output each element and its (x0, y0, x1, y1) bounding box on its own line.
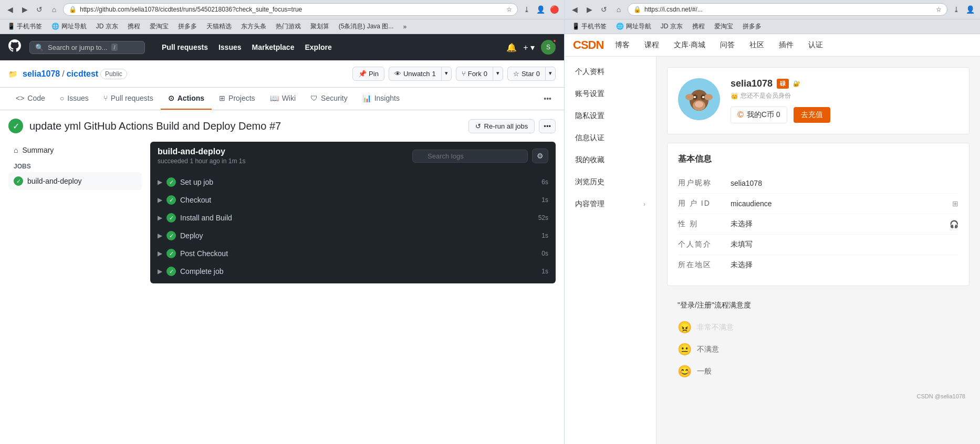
back-button[interactable]: ◀ (4, 4, 16, 15)
star-button[interactable]: ☆ Star 0 (507, 67, 545, 81)
repo-name[interactable]: cicdtest (67, 69, 98, 79)
expand-icon: ▶ (158, 178, 162, 186)
bookmark-java[interactable]: (5条消息) Java 图... (336, 21, 397, 32)
sidebar-job[interactable]: ✓ build-and-deploy (8, 172, 142, 190)
nav-pull-requests[interactable]: Pull requests (158, 40, 212, 55)
notifications-button[interactable]: 🔔 (506, 43, 517, 52)
account-button[interactable]: 👤 (535, 4, 546, 15)
sidebar-item-account[interactable]: 账号设置 (565, 83, 656, 105)
tab-more[interactable]: ••• (539, 88, 556, 109)
rerun-button[interactable]: ↺ Re-run all jobs (468, 119, 535, 133)
star-icon[interactable]: ☆ (506, 6, 512, 13)
step-time: 1s (541, 196, 548, 204)
sidebar-summary[interactable]: ⌂ Summary (8, 142, 142, 158)
github-search[interactable]: 🔍 Search or jump to... / (29, 41, 145, 54)
fork-caret[interactable]: ▾ (493, 67, 503, 81)
csdn-bookmark-ctrip[interactable]: 携程 (689, 21, 708, 32)
csdn-bookmark-mobile[interactable]: 📱 手机书签 (569, 21, 610, 32)
download-button[interactable]: ⤓ (521, 4, 533, 15)
log-step-setup[interactable]: ▶ ✓ Set up job 6s (150, 173, 556, 191)
csdn-nav-library[interactable]: 文库·商城 (671, 38, 708, 52)
userid-qrcode-icon[interactable]: ⊞ (952, 199, 958, 208)
csdn-address-bar[interactable]: 🔒 https://i.csdn.net/#/... ☆ (628, 3, 947, 16)
bookmark-games[interactable]: 热门游戏 (273, 21, 304, 32)
csdn-star-icon[interactable]: ☆ (936, 6, 942, 13)
satisfaction-very-unsatisfied[interactable]: 😠 非常不满意 (677, 316, 959, 339)
csdn-download-button[interactable]: ⤓ (951, 4, 962, 15)
github-logo[interactable] (8, 39, 21, 55)
bookmark-juhua[interactable]: 聚划算 (307, 21, 332, 32)
csdn-home-button[interactable]: ⌂ (613, 4, 624, 15)
bookmark-toutiao[interactable]: 东方头条 (238, 21, 269, 32)
reload-button[interactable]: ↺ (34, 4, 45, 15)
bookmark-nav[interactable]: 🌐 网址导航 (48, 21, 89, 32)
fork-button[interactable]: ⑂ Fork 0 (456, 67, 493, 81)
forward-button[interactable]: ▶ (19, 4, 30, 15)
log-step-post-checkout[interactable]: ▶ ✓ Post Checkout 0s (150, 245, 556, 262)
add-button[interactable]: + ▾ (523, 43, 535, 52)
tab-actions[interactable]: ⊙ Actions (161, 88, 212, 110)
extension-button[interactable]: 🔴 (548, 4, 560, 15)
log-step-deploy[interactable]: ▶ ✓ Deploy 1s (150, 227, 556, 245)
unwatch-caret[interactable]: ▾ (441, 67, 452, 81)
log-step-install-build[interactable]: ▶ ✓ Install and Build 52s (150, 209, 556, 227)
tab-security[interactable]: 🛡 Security (303, 88, 355, 110)
csdn-nav-qa[interactable]: 问答 (717, 38, 738, 52)
log-settings-button[interactable]: ⚙ (532, 149, 548, 163)
csdn-reload-button[interactable]: ↺ (598, 4, 610, 15)
csdn-account-button[interactable]: 👤 (964, 4, 976, 15)
csdn-bookmark-taobao[interactable]: 爱淘宝 (711, 21, 736, 32)
csdn-nav-plugin[interactable]: 插件 (776, 38, 797, 52)
tab-pull-requests[interactable]: ⑂ Pull requests (96, 88, 161, 110)
tab-insights[interactable]: 📊 Insights (355, 88, 407, 110)
sidebar-item-profile[interactable]: 个人资料 (565, 61, 656, 83)
security-icon: 🛡 (310, 94, 318, 102)
nav-issues[interactable]: Issues (214, 40, 246, 55)
csdn-bookmark-jd[interactable]: JD 京东 (658, 21, 686, 32)
csdn-nav-blog[interactable]: 博客 (612, 38, 633, 52)
csdn-logo[interactable]: CSDN (573, 38, 603, 52)
home-button[interactable]: ⌂ (48, 4, 60, 15)
bookmark-more[interactable]: » (400, 22, 410, 31)
sidebar-item-privacy[interactable]: 隐私设置 (565, 105, 656, 127)
bookmark-pinduoduo[interactable]: 拼多多 (175, 21, 200, 32)
sidebar-item-content[interactable]: 内容管理 › (565, 193, 656, 215)
csdn-back-button[interactable]: ◀ (569, 4, 580, 15)
csdn-content: 个人资料 账号设置 隐私设置 信息认证 我的收藏 浏览历史 内容管理 › (565, 57, 980, 444)
satisfaction-neutral[interactable]: 😊 一般 (677, 361, 959, 383)
tab-projects[interactable]: ⊞ Projects (212, 88, 263, 110)
nav-marketplace[interactable]: Marketplace (248, 40, 299, 55)
user-avatar[interactable]: S (541, 40, 556, 55)
bookmark-tmall[interactable]: 天猫精选 (203, 21, 235, 32)
tab-wiki[interactable]: 📖 Wiki (263, 88, 303, 110)
tab-code[interactable]: <> Code (8, 88, 53, 110)
csdn-bookmark-nav[interactable]: 🌐 网址导航 (613, 21, 654, 32)
satisfaction-unsatisfied[interactable]: 😐 不满意 (677, 339, 959, 361)
log-search-input[interactable] (412, 150, 528, 163)
topup-button[interactable]: 去充值 (794, 107, 830, 123)
csdn-forward-button[interactable]: ▶ (583, 4, 595, 15)
run-more-button[interactable]: ••• (539, 119, 556, 133)
sidebar-item-history[interactable]: 浏览历史 (565, 171, 656, 193)
csdn-bookmark-pinduoduo[interactable]: 拼多多 (739, 21, 765, 32)
repo-owner[interactable]: selia1078 (23, 69, 60, 79)
bookmark-taobao[interactable]: 爱淘宝 (147, 21, 172, 32)
nav-explore[interactable]: Explore (300, 40, 336, 55)
unwatch-button[interactable]: 👁 Unwatch 1 (389, 67, 441, 81)
log-step-complete[interactable]: ▶ ✓ Complete job 1s (150, 262, 556, 280)
tab-issues[interactable]: ○ Issues (53, 88, 96, 110)
sidebar-item-auth[interactable]: 信息认证 (565, 127, 656, 149)
csdn-nav-certification[interactable]: 认证 (805, 38, 826, 52)
csdn-nav-community[interactable]: 社区 (746, 38, 767, 52)
sidebar-item-favorites[interactable]: 我的收藏 (565, 149, 656, 171)
log-step-checkout[interactable]: ▶ ✓ Checkout 1s (150, 191, 556, 209)
expand-icon: ▶ (158, 232, 162, 239)
bookmark-mobile[interactable]: 📱 手机书签 (4, 21, 45, 32)
bookmark-jd[interactable]: JD 京东 (93, 21, 121, 32)
bookmark-ctrip[interactable]: 携程 (124, 21, 143, 32)
pin-button[interactable]: 📌 Pin (352, 67, 384, 81)
csdn-nav-course[interactable]: 课程 (641, 38, 662, 52)
star-caret[interactable]: ▾ (545, 67, 556, 81)
github-header: 🔍 Search or jump to... / Pull requests I… (0, 34, 564, 60)
address-bar[interactable]: 🔒 https://github.com/selia1078/cicdtest/… (63, 3, 518, 16)
